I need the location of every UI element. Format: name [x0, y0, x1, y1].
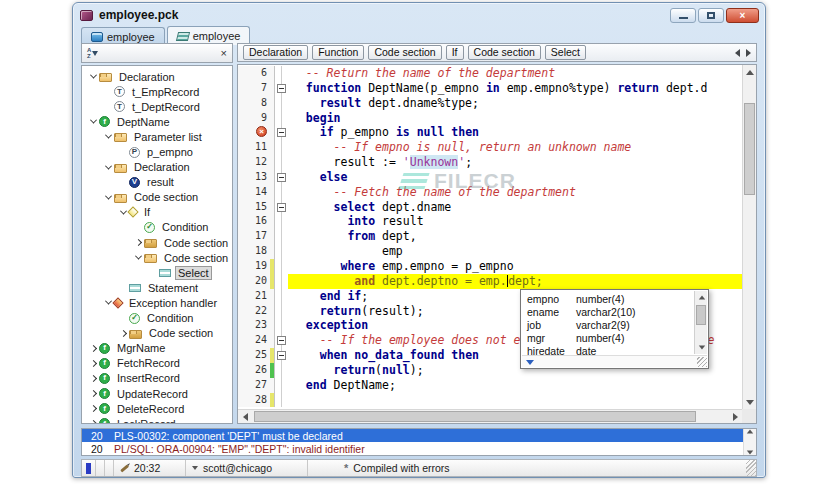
nav-left-icon[interactable] — [735, 49, 740, 57]
completion-item[interactable]: empnonumber(4) — [522, 292, 693, 305]
tree-item[interactable]: Code section — [84, 326, 232, 341]
scroll-left-button[interactable] — [238, 410, 252, 424]
code-text[interactable]: else — [288, 170, 742, 185]
tree-item[interactable]: Vresult — [84, 175, 232, 190]
code-text[interactable]: where emp.empno = p_empno — [288, 259, 742, 274]
tree-item[interactable]: Declaration — [84, 69, 232, 84]
popup-scrollbar-thumb[interactable] — [696, 305, 706, 325]
tree-item[interactable]: If — [84, 205, 232, 220]
error-row[interactable]: 20PL/SQL: ORA-00904: "EMP"."DEPT": inval… — [82, 442, 756, 455]
scroll-down-button[interactable] — [743, 395, 757, 409]
error-list-scrollbar[interactable] — [743, 429, 756, 455]
code-text[interactable]: if p_empno is null then — [288, 125, 742, 140]
tree-item[interactable]: Code section — [84, 190, 232, 205]
code-text[interactable]: and dept.deptno = emp.dept; — [288, 274, 742, 289]
code-text[interactable]: emp — [288, 244, 742, 259]
expander-closed-icon[interactable] — [88, 346, 99, 351]
code-line[interactable]: 27 end DeptName; — [238, 378, 742, 393]
expander-open-icon[interactable] — [103, 134, 114, 139]
expander-open-icon[interactable] — [103, 195, 114, 200]
code-line[interactable]: 19 where emp.empno = p_empno — [238, 259, 742, 274]
sort-button[interactable]: A Z — [87, 47, 98, 59]
tree-item[interactable]: Pp_empno — [84, 144, 232, 159]
vertical-scrollbar-thumb[interactable] — [744, 103, 755, 195]
code-text[interactable]: select dept.dname — [288, 200, 742, 215]
popup-scroll-down-button[interactable] — [695, 341, 708, 354]
tree-item[interactable]: fDeptName — [84, 114, 232, 129]
expander-closed-icon[interactable] — [88, 361, 99, 366]
error-scroll-down-icon[interactable] — [747, 451, 753, 455]
tree-item[interactable]: fMgrName — [84, 341, 232, 356]
completion-item[interactable]: mgrnumber(4) — [522, 331, 693, 344]
tree-item[interactable]: Tt_DeptRecord — [84, 99, 232, 114]
expander-closed-icon[interactable] — [133, 240, 144, 245]
code-line[interactable]: 28 — [238, 393, 742, 408]
expander-open-icon[interactable] — [103, 165, 114, 170]
tree-item[interactable]: Declaration — [84, 160, 232, 175]
code-line[interactable]: 11 -- If empno is null, return an unknow… — [238, 140, 742, 155]
code-line[interactable]: 13 else — [238, 170, 742, 185]
tree-item[interactable]: Exception handler — [84, 295, 232, 310]
scroll-right-button[interactable] — [728, 410, 742, 424]
error-scroll-up-icon[interactable] — [747, 430, 753, 434]
horizontal-scrollbar-thumb[interactable] — [254, 411, 696, 422]
code-line[interactable]: 6 -- Return the name of the department — [238, 66, 742, 81]
code-line[interactable]: 12 result := 'Unknown'; — [238, 155, 742, 170]
code-line[interactable]: 14 -- Fetch the name of the department — [238, 185, 742, 200]
code-text[interactable]: begin — [288, 111, 742, 126]
code-text[interactable]: result dept.dname%type; — [288, 96, 742, 111]
fold-toggle[interactable] — [277, 173, 286, 182]
expander-closed-icon[interactable] — [88, 391, 99, 396]
breadcrumb-button[interactable]: Code section — [468, 45, 541, 60]
code-line[interactable]: 8 result dept.dname%type; — [238, 96, 742, 111]
tree-item[interactable]: fDeleteRecord — [84, 401, 232, 416]
code-line[interactable]: 16 into result — [238, 214, 742, 229]
tree-item[interactable]: ✓Condition — [84, 311, 232, 326]
fold-toggle[interactable] — [277, 84, 286, 93]
expander-closed-icon[interactable] — [118, 331, 129, 336]
breadcrumb-button[interactable]: Function — [312, 45, 364, 60]
code-text[interactable]: end DeptName; — [288, 378, 742, 393]
tree-item[interactable]: fFetchRecord — [84, 356, 232, 371]
completion-item[interactable]: enamevarchar2(10) — [522, 305, 693, 318]
expander-open-icon[interactable] — [133, 255, 144, 260]
maximize-button[interactable] — [698, 8, 724, 23]
error-row[interactable]: 20PLS-00302: component 'DEPT' must be de… — [82, 429, 756, 442]
tree-item[interactable]: Code section — [84, 250, 232, 265]
code-text[interactable]: -- Fetch the name of the department — [288, 185, 742, 200]
expander-closed-icon[interactable] — [88, 406, 99, 411]
breadcrumb-button[interactable]: Declaration — [243, 45, 308, 60]
tree-item[interactable]: fUpdateRecord — [84, 386, 232, 401]
window-resize-grip[interactable] — [746, 460, 756, 476]
tree-item[interactable]: fLockRecord — [84, 416, 232, 424]
tree-item[interactable]: Parameter list — [84, 129, 232, 144]
fold-toggle[interactable] — [277, 128, 286, 137]
code-text[interactable]: -- If empno is null, return an unknown n… — [288, 140, 742, 155]
fold-toggle[interactable] — [277, 351, 286, 360]
tree-item[interactable]: Statement — [84, 280, 232, 295]
code-text[interactable]: function DeptName(p_empno in emp.empno%t… — [288, 81, 742, 96]
tree-item[interactable]: Select — [84, 265, 232, 280]
tree-item[interactable]: fInsertRecord — [84, 371, 232, 386]
expander-closed-icon[interactable] — [88, 421, 99, 424]
breadcrumb-button[interactable]: Code section — [368, 45, 441, 60]
code-line[interactable]: 9 begin — [238, 111, 742, 126]
code-text[interactable]: from dept, — [288, 229, 742, 244]
fold-toggle[interactable] — [277, 203, 286, 212]
tree-item[interactable]: Code section — [84, 235, 232, 250]
code-line[interactable]: 15 select dept.dname — [238, 200, 742, 215]
breadcrumb-button[interactable]: If — [446, 45, 464, 60]
session-selector[interactable]: scott@chicago — [186, 460, 308, 476]
expander-open-icon[interactable] — [88, 74, 99, 79]
scroll-up-button[interactable] — [743, 65, 757, 79]
code-line[interactable]: 17 from dept, — [238, 229, 742, 244]
editor-vertical-scrollbar[interactable] — [742, 65, 756, 409]
code-text[interactable]: -- Return the name of the department — [288, 66, 742, 81]
fold-toggle[interactable] — [277, 336, 286, 345]
panel-close-button[interactable]: × — [221, 48, 227, 58]
breadcrumb-button[interactable]: Select — [545, 45, 586, 60]
code-text[interactable]: into result — [288, 214, 742, 229]
code-text[interactable] — [288, 393, 742, 408]
code-text[interactable]: result := 'Unknown'; — [288, 155, 742, 170]
popup-resize-grip[interactable] — [697, 357, 707, 367]
